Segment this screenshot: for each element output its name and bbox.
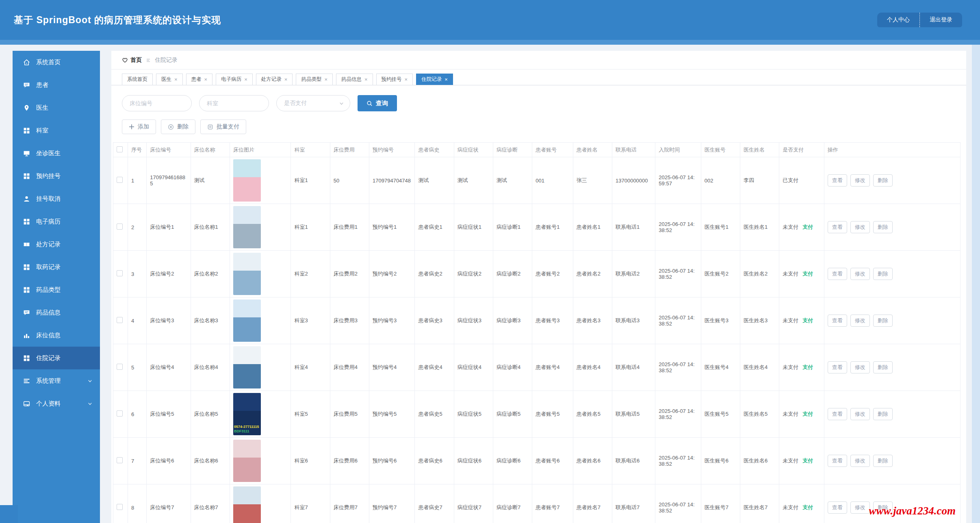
logout-button[interactable]: 退出登录: [919, 13, 962, 27]
tab-处方记录[interactable]: 处方记录×: [256, 74, 293, 85]
delete-button[interactable]: 删除: [161, 119, 195, 134]
sidebar-item-系统管理[interactable]: 系统管理: [13, 369, 100, 392]
delete-row-button[interactable]: 删除: [873, 221, 893, 233]
pay-link[interactable]: 支付: [802, 364, 813, 371]
tab-close-icon[interactable]: ×: [405, 77, 408, 82]
tab-患者[interactable]: 患者×: [186, 74, 213, 85]
cell-bed_no: 床位编号7: [147, 484, 191, 523]
view-button[interactable]: 查看: [828, 361, 847, 373]
row-checkbox[interactable]: [117, 177, 123, 183]
delete-row-button[interactable]: 删除: [873, 408, 893, 420]
view-button[interactable]: 查看: [828, 315, 847, 327]
view-button[interactable]: 查看: [828, 408, 847, 420]
batch-pay-button[interactable]: 批量支付: [200, 119, 246, 134]
tab-系统首页[interactable]: 系统首页: [122, 74, 153, 85]
bed-number-input[interactable]: [122, 95, 192, 111]
column-header-patient_account: 患者账号: [532, 143, 573, 157]
sidebar-item-预约挂号[interactable]: 预约挂号: [13, 165, 100, 187]
page-scrollbar[interactable]: [972, 45, 980, 523]
pay-link[interactable]: 支付: [802, 317, 813, 324]
row-checkbox[interactable]: [117, 504, 123, 510]
tab-close-icon[interactable]: ×: [444, 77, 448, 82]
delete-row-button[interactable]: 删除: [873, 455, 893, 467]
profile-center-button[interactable]: 个人中心: [877, 13, 919, 27]
tab-药品类型[interactable]: 药品类型×: [296, 74, 333, 85]
delete-row-button[interactable]: 删除: [873, 268, 893, 280]
tab-close-icon[interactable]: ×: [204, 77, 208, 82]
view-button[interactable]: 查看: [828, 174, 847, 187]
monitor-icon: [23, 150, 30, 157]
row-checkbox[interactable]: [117, 270, 123, 276]
tab-close-icon[interactable]: ×: [284, 77, 288, 82]
sidebar-item-药品信息[interactable]: 药品信息: [13, 301, 100, 324]
sidebar-item-坐诊医生[interactable]: 坐诊医生: [13, 142, 100, 165]
sidebar-item-处方记录[interactable]: 处方记录: [13, 233, 100, 256]
records-table: 序号床位编号床位名称床位图片科室床位费用预约编号患者病史病症症状病症诊断患者账号…: [113, 142, 960, 523]
user-icon: [23, 195, 30, 202]
tab-住院记录[interactable]: 住院记录×: [416, 74, 453, 85]
pay-link[interactable]: 支付: [802, 270, 813, 278]
row-checkbox[interactable]: [117, 364, 123, 370]
cell-fee: 50: [330, 157, 369, 204]
pay-link[interactable]: 支付: [802, 504, 813, 511]
delete-row-button[interactable]: 删除: [873, 174, 893, 187]
tab-close-icon[interactable]: ×: [324, 77, 327, 82]
tab-close-icon[interactable]: ×: [364, 77, 368, 82]
cell-patient_account: 患者账号1: [532, 204, 573, 251]
row-checkbox[interactable]: [117, 457, 123, 463]
tab-close-icon[interactable]: ×: [174, 77, 178, 82]
row-checkbox[interactable]: [117, 410, 123, 417]
row-checkbox[interactable]: [117, 317, 123, 323]
sidebar-item-挂号取消[interactable]: 挂号取消: [13, 187, 100, 210]
query-button[interactable]: 查询: [358, 95, 397, 111]
ticket-icon: [23, 241, 30, 248]
sidebar-item-系统首页[interactable]: 系统首页: [13, 51, 100, 74]
sidebar-item-床位信息[interactable]: 床位信息: [13, 324, 100, 347]
breadcrumb-home[interactable]: 首页: [122, 56, 142, 64]
view-button[interactable]: 查看: [828, 268, 847, 280]
edit-button[interactable]: 修改: [850, 315, 870, 327]
department-input[interactable]: [199, 95, 269, 111]
add-button[interactable]: 添加: [122, 119, 156, 134]
cell-patient_name: 张三: [573, 157, 612, 204]
edit-button[interactable]: 修改: [850, 501, 870, 514]
tab-label: 系统首页: [127, 76, 147, 83]
row-checkbox[interactable]: [117, 224, 123, 230]
tab-药品信息[interactable]: 药品信息×: [336, 74, 373, 85]
toolbar-button-label: 批量支付: [217, 123, 239, 130]
pay-link[interactable]: 支付: [802, 410, 813, 418]
sidebar-item-住院记录[interactable]: 住院记录: [13, 347, 100, 369]
sidebar-item-科室[interactable]: 科室: [13, 119, 100, 142]
tab-close-icon[interactable]: ×: [244, 77, 247, 82]
header-user-actions: 个人中心退出登录: [877, 13, 962, 27]
sidebar-item-取药记录[interactable]: 取药记录: [13, 256, 100, 278]
sidebar-item-个人资料[interactable]: 个人资料: [13, 392, 100, 415]
edit-button[interactable]: 修改: [850, 268, 870, 280]
toolbar-button-label: 添加: [138, 123, 149, 130]
sidebar-item-药品类型[interactable]: 药品类型: [13, 278, 100, 301]
edit-button[interactable]: 修改: [850, 221, 870, 233]
view-button[interactable]: 查看: [828, 455, 847, 467]
tab-预约挂号[interactable]: 预约挂号×: [376, 74, 413, 85]
edit-button[interactable]: 修改: [850, 174, 870, 187]
sidebar-item-医生[interactable]: 医生: [13, 96, 100, 119]
tab-电子病历[interactable]: 电子病历×: [216, 74, 253, 85]
edit-button[interactable]: 修改: [850, 408, 870, 420]
edit-button[interactable]: 修改: [850, 361, 870, 373]
column-header-bed_name: 床位名称: [191, 143, 230, 157]
cell-appt_no: 预约编号4: [369, 344, 415, 391]
delete-row-button[interactable]: 删除: [873, 315, 893, 327]
tab-医生[interactable]: 医生×: [156, 74, 183, 85]
cell-image: [230, 438, 291, 484]
pay-link[interactable]: 支付: [802, 224, 813, 231]
view-button[interactable]: 查看: [828, 221, 847, 233]
select-all-checkbox[interactable]: [117, 146, 123, 152]
view-button[interactable]: 查看: [828, 501, 847, 514]
edit-button[interactable]: 修改: [850, 455, 870, 467]
pay-status-select[interactable]: 是否支付: [276, 95, 350, 111]
sidebar-item-电子病历[interactable]: 电子病历: [13, 210, 100, 233]
chevron-down-icon: [339, 101, 344, 106]
delete-row-button[interactable]: 删除: [873, 361, 893, 373]
sidebar-item-患者[interactable]: 患者: [13, 74, 100, 96]
pay-link[interactable]: 支付: [802, 457, 813, 464]
